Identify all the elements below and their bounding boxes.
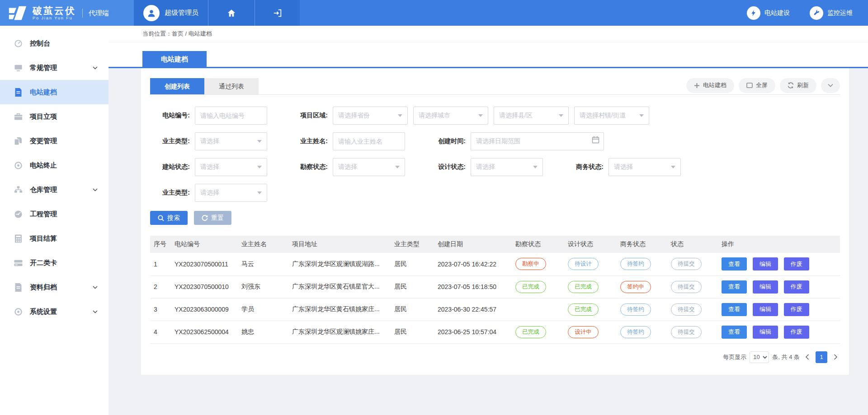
edit-button[interactable]: 编辑	[753, 326, 778, 339]
refresh-icon	[788, 82, 794, 89]
province-select[interactable]: 请选择省份	[333, 107, 408, 125]
card-icon	[14, 260, 23, 266]
next-page-button[interactable]	[831, 354, 840, 360]
tab-passed-list[interactable]: 通过列表	[204, 78, 259, 94]
nav-monitor-ops[interactable]: 监控运维	[810, 6, 853, 20]
table-row: 4 YX2023062500004 姚忠 广东深圳龙华区观澜镇姚家庄... 居民…	[150, 321, 840, 343]
calendar-icon	[592, 136, 599, 144]
view-button[interactable]: 查看	[722, 257, 747, 270]
status-badge: 待提交	[671, 258, 702, 270]
copy-icon	[14, 137, 23, 145]
sidebar-item-station-terminate[interactable]: 电站终止	[0, 153, 108, 177]
page-tab-station-archive[interactable]: 电站建档	[142, 51, 207, 67]
status-badge: 待设计	[568, 258, 599, 270]
logout-icon	[273, 8, 283, 18]
select-caret-icon	[257, 191, 262, 194]
gauge-icon	[14, 210, 23, 219]
sidebar-item-project-approval[interactable]: 项目立项	[0, 104, 108, 129]
search-icon	[158, 215, 164, 221]
sidebar-item-data-archive[interactable]: 资料归档	[0, 275, 108, 299]
view-button[interactable]: 查看	[722, 303, 747, 316]
date-range-input[interactable]: 请选择日期范围	[471, 132, 604, 150]
table-row: 2 YX2023070500010 刘强东 广东深圳龙华区黄石镇星官大... 居…	[150, 275, 840, 298]
refresh-button[interactable]: 刷新	[780, 78, 816, 93]
per-page-select[interactable]: 10	[750, 351, 769, 363]
edit-button[interactable]: 编辑	[753, 280, 778, 294]
sitemap-icon	[14, 186, 23, 194]
target-icon	[14, 161, 23, 170]
business-status-label: 商务状态:	[564, 163, 604, 171]
home-button[interactable]	[208, 0, 255, 26]
edit-button[interactable]: 编辑	[753, 257, 778, 270]
select-caret-icon	[559, 114, 563, 117]
stations-table: 序号 电站编号 业主姓名 项目地址 业主类型 创建日期 勘察状态 设计状态 商务…	[150, 236, 840, 344]
status-badge: 已完成	[515, 326, 546, 338]
sidebar-item-console[interactable]: 控制台	[0, 31, 108, 56]
status-badge: 已完成	[515, 281, 546, 293]
edit-button[interactable]: 编辑	[753, 303, 778, 316]
create-station-button[interactable]: 电站建档	[686, 78, 734, 93]
status-badge: 勘察中	[515, 258, 546, 270]
select-caret-icon	[478, 114, 483, 117]
select-caret-icon	[257, 140, 262, 143]
user-name: 超级管理员	[165, 9, 198, 17]
status-badge: 待提交	[671, 326, 702, 338]
view-button[interactable]: 查看	[722, 280, 747, 294]
table-row: 1 YX2023070500011 马云 广东深圳龙华区观澜镇观湖路... 居民…	[150, 253, 840, 275]
wrench-icon	[810, 6, 823, 20]
search-button[interactable]: 搜索	[150, 211, 188, 225]
build-status-label: 建站状态:	[150, 163, 190, 171]
fullscreen-button[interactable]: 全屏	[739, 78, 775, 93]
sidebar-item-warehouse-mgmt[interactable]: 仓库管理	[0, 177, 108, 202]
page-number-1[interactable]: 1	[816, 351, 827, 363]
void-button[interactable]: 作废	[784, 326, 809, 339]
owner-type2-select[interactable]: 请选择	[195, 184, 267, 202]
nav-station-build[interactable]: 电站建设	[747, 6, 790, 20]
city-select[interactable]: 请选择城市	[413, 107, 488, 125]
select-caret-icon	[639, 114, 644, 117]
sidebar-item-general-mgmt[interactable]: 常规管理	[0, 56, 108, 80]
per-page-label: 每页显示	[723, 353, 746, 361]
sidebar-item-type2-card[interactable]: 开二类卡	[0, 251, 108, 275]
sidebar-item-system-settings[interactable]: 系统设置	[0, 299, 108, 324]
view-button[interactable]: 查看	[722, 326, 747, 339]
design-status-select[interactable]: 请选择	[471, 158, 543, 176]
void-button[interactable]: 作废	[784, 280, 809, 294]
sidebar: 控制台 常规管理 电站建档 项目立项	[0, 26, 108, 415]
user-menu[interactable]: 超级管理员	[134, 0, 208, 26]
prev-page-button[interactable]	[803, 354, 811, 360]
portal-label: 代理端	[82, 9, 109, 18]
document-icon	[14, 88, 23, 97]
create-time-label: 创建时间:	[426, 137, 466, 145]
logo: 破茧云伏 Po Jian Yun Fu 代理端	[0, 0, 134, 26]
tab-create-list[interactable]: 创建列表	[150, 78, 204, 94]
table-toolbar: 电站建档 全屏 刷新	[686, 78, 840, 95]
town-select[interactable]: 请选择村镇/街道	[574, 107, 649, 125]
owner-name-input[interactable]	[333, 132, 405, 150]
home-icon	[226, 8, 236, 18]
collapse-toolbar-button[interactable]	[821, 78, 840, 93]
status-badge: 待签约	[620, 326, 651, 338]
briefcase-icon	[14, 112, 23, 121]
brand-logo-icon	[7, 5, 28, 22]
reset-button[interactable]: 重置	[194, 211, 231, 225]
build-status-select[interactable]: 请选择	[195, 158, 267, 176]
owner-type2-label: 业主类型:	[150, 189, 190, 197]
owner-type-select[interactable]: 请选择	[195, 132, 267, 150]
sidebar-item-engineering-mgmt[interactable]: 工程管理	[0, 202, 108, 226]
reset-icon	[202, 215, 208, 221]
void-button[interactable]: 作废	[784, 303, 809, 316]
sidebar-item-change-mgmt[interactable]: 变更管理	[0, 129, 108, 153]
content-card: 创建列表 通过列表 电站建档 全屏 刷新	[141, 68, 849, 375]
fullscreen-icon	[746, 83, 753, 88]
status-badge: 已完成	[568, 281, 599, 293]
lightning-icon	[747, 6, 760, 20]
business-status-select[interactable]: 请选择	[609, 158, 681, 176]
void-button[interactable]: 作废	[784, 257, 809, 270]
station-no-input[interactable]	[195, 107, 267, 125]
logout-button[interactable]	[255, 0, 300, 26]
sidebar-item-station-archive[interactable]: 电站建档	[0, 80, 108, 104]
county-select[interactable]: 请选择县/区	[494, 107, 569, 125]
survey-status-select[interactable]: 请选择	[333, 158, 405, 176]
sidebar-item-project-settlement[interactable]: 项目结算	[0, 226, 108, 251]
